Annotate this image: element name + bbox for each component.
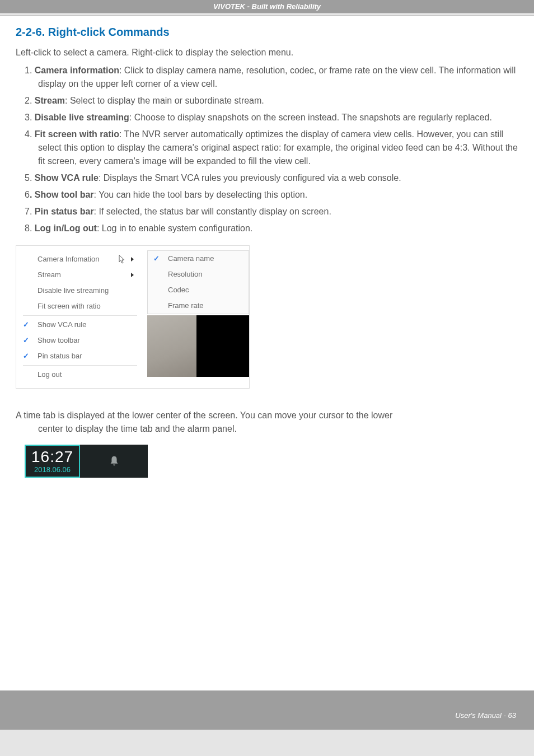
page-header: VIVOTEK - Built with Reliability	[0, 0, 534, 13]
time-alarm-panel: 16:27 2018.06.06	[25, 445, 148, 478]
list-item: 7. Pin status bar: If selected, the stat…	[16, 205, 518, 218]
bell-icon	[108, 455, 120, 468]
numbered-list: 1. Camera information: Click to display …	[16, 64, 518, 235]
footer-text: User's Manual - 63	[455, 710, 516, 721]
date-value: 2018.06.06	[34, 466, 71, 473]
submenu-item-resolution[interactable]: Resolution	[148, 267, 249, 282]
menu-item-label: Show VCA rule	[38, 319, 137, 330]
context-submenu-panel: ✓ Camera name Resolution Codec Frame rat…	[145, 246, 249, 388]
submenu-item-label: Camera name	[168, 253, 214, 264]
menu-item-label: Disable live streaming	[38, 285, 137, 296]
section-title: 2-2-6. Right-click Commands	[16, 24, 518, 40]
menu-item-stream[interactable]: Stream	[23, 267, 137, 283]
menu-divider	[23, 365, 137, 366]
list-item: 2. Stream: Select to display the main or…	[16, 94, 518, 108]
thumbnail-left	[147, 315, 196, 377]
check-icon: ✓	[153, 253, 163, 264]
menu-item-label: Camera Infomation	[38, 254, 113, 265]
context-menu-screenshot: Camera Infomation Stream Disable live st…	[16, 245, 250, 389]
menu-divider	[23, 315, 137, 316]
context-submenu: ✓ Camera name Resolution Codec Frame rat…	[147, 250, 249, 314]
list-item: 6. Show tool bar: You can hide the tool …	[16, 188, 518, 202]
menu-item-show-vca-rule[interactable]: ✓ Show VCA rule	[23, 317, 137, 333]
check-icon: ✓	[23, 319, 33, 330]
thumbnail-right	[196, 315, 249, 377]
context-menu: Camera Infomation Stream Disable live st…	[16, 246, 145, 388]
alarm-panel[interactable]	[80, 445, 148, 478]
submenu-item-camera-name[interactable]: ✓ Camera name	[148, 251, 249, 267]
menu-item-disable-live-streaming[interactable]: Disable live streaming	[23, 283, 137, 298]
menu-item-camera-information[interactable]: Camera Infomation	[23, 251, 137, 267]
submenu-item-label: Frame rate	[168, 300, 204, 311]
section-lead: Left-click to select a camera. Right-cli…	[16, 46, 518, 59]
menu-item-label: Stream	[38, 269, 127, 281]
check-icon: ✓	[23, 335, 33, 346]
menu-item-fit-screen-with-ratio[interactable]: Fit screen with ratio	[23, 298, 137, 314]
submenu-item-label: Resolution	[168, 269, 202, 280]
list-item: 5. Show VCA rule: Displays the Smart VCA…	[16, 171, 518, 185]
cursor-icon	[119, 255, 127, 264]
header-title: VIVOTEK - Built with Reliability	[213, 1, 321, 12]
menu-item-log-out[interactable]: Log out	[23, 367, 137, 382]
paragraph: A time tab is displayed at the lower cen…	[16, 409, 518, 436]
menu-item-label: Pin status bar	[38, 351, 137, 362]
menu-item-label: Fit screen with ratio	[38, 301, 137, 312]
submenu-item-codec[interactable]: Codec	[148, 282, 249, 298]
time-tab[interactable]: 16:27 2018.06.06	[25, 445, 80, 478]
menu-item-label: Show toolbar	[38, 335, 137, 346]
submenu-arrow-icon	[131, 273, 134, 277]
page-footer: User's Manual - 63	[0, 690, 534, 730]
submenu-item-frame-rate[interactable]: Frame rate	[148, 298, 249, 314]
preview-thumbnail	[147, 315, 249, 377]
list-item: 1. Camera information: Click to display …	[16, 64, 518, 91]
list-item: 3. Disable live streaming: Choose to dis…	[16, 111, 518, 124]
submenu-arrow-icon	[131, 257, 134, 262]
menu-item-label: Log out	[38, 369, 137, 380]
time-value: 16:27	[31, 449, 73, 465]
check-icon: ✓	[23, 351, 33, 362]
menu-item-pin-status-bar[interactable]: ✓ Pin status bar	[23, 348, 137, 364]
submenu-item-label: Codec	[168, 284, 189, 296]
list-item: 8. Log in/Log out: Log in to enable syst…	[16, 222, 518, 235]
menu-item-show-toolbar[interactable]: ✓ Show toolbar	[23, 333, 137, 348]
list-item: 4. Fit screen with ratio: The NVR server…	[16, 128, 518, 168]
